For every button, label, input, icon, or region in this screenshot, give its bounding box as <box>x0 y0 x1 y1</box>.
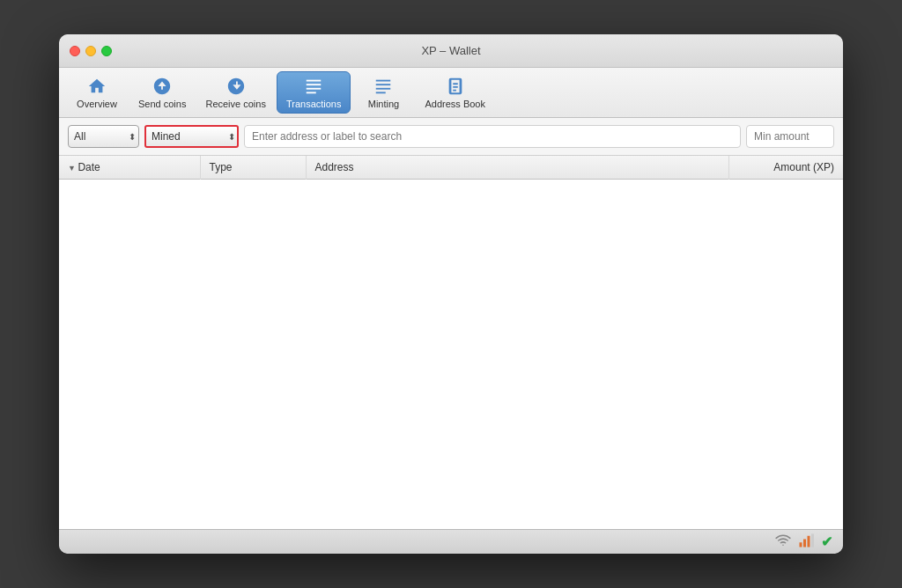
svg-rect-4 <box>376 80 391 82</box>
network-icon <box>775 533 791 552</box>
svg-rect-11 <box>811 534 814 548</box>
min-amount-input[interactable] <box>746 125 834 148</box>
nav-overview[interactable]: Overview <box>66 72 128 113</box>
svg-rect-2 <box>307 88 322 90</box>
titlebar: XP – Wallet <box>59 34 843 68</box>
address-search-input[interactable] <box>244 125 741 148</box>
minting-icon <box>373 76 394 97</box>
svg-rect-8 <box>800 542 802 547</box>
table-header-row: ▼ Date Type Address Amount (XP) <box>59 156 843 180</box>
signal-icon <box>798 533 814 551</box>
svg-rect-1 <box>307 84 322 85</box>
nav-send-coins[interactable]: Send coins <box>129 72 195 113</box>
filter-bar: All Sent Received Mined All Categories M… <box>59 118 843 156</box>
window-title: XP – Wallet <box>421 44 480 57</box>
traffic-lights <box>70 46 112 56</box>
maximize-button[interactable] <box>101 46 112 56</box>
main-window: XP – Wallet Overview Send coins <box>59 34 843 554</box>
nav-send-label: Send coins <box>138 99 186 109</box>
nav-transactions-label: Transactions <box>286 99 342 109</box>
nav-address-book-label: Address Book <box>425 99 484 109</box>
col-type[interactable]: Type <box>200 156 306 180</box>
nav-transactions[interactable]: Transactions <box>277 71 351 114</box>
home-icon <box>86 76 107 97</box>
minimize-button[interactable] <box>85 46 96 56</box>
nav-minting[interactable]: Minting <box>352 72 414 113</box>
col-amount[interactable]: Amount (XP) <box>728 156 843 180</box>
nav-overview-label: Overview <box>77 99 117 109</box>
type-filter-wrapper[interactable]: All Sent Received Mined <box>68 125 139 148</box>
type-filter-select[interactable]: All Sent Received Mined <box>68 125 139 148</box>
send-icon <box>152 76 173 97</box>
svg-rect-6 <box>376 88 391 90</box>
nav-address-book[interactable]: Address Book <box>416 72 493 113</box>
svg-rect-9 <box>803 540 806 548</box>
col-address[interactable]: Address <box>306 156 728 180</box>
sort-arrow-icon: ▼ <box>68 164 78 173</box>
checkmark-icon: ✔ <box>821 533 832 550</box>
category-filter-wrapper[interactable]: All Categories Mined Staked Received Sen… <box>144 125 239 148</box>
category-filter-select[interactable]: All Categories Mined Staked Received Sen… <box>144 125 239 148</box>
svg-rect-10 <box>808 536 810 548</box>
nav-minting-label: Minting <box>368 99 399 109</box>
nav-receive-coins[interactable]: Receive coins <box>196 72 274 113</box>
transactions-icon <box>303 76 324 97</box>
col-date[interactable]: ▼ Date <box>59 156 200 180</box>
svg-rect-7 <box>376 92 386 93</box>
transactions-table: ▼ Date Type Address Amount (XP) <box>59 156 843 180</box>
receive-icon <box>226 76 247 97</box>
nav-receive-label: Receive coins <box>205 99 265 109</box>
transactions-table-container: ▼ Date Type Address Amount (XP) <box>59 156 843 529</box>
svg-rect-5 <box>376 84 391 85</box>
close-button[interactable] <box>70 46 80 56</box>
statusbar: ✔ <box>59 529 843 554</box>
main-content: All Sent Received Mined All Categories M… <box>59 118 843 529</box>
svg-rect-3 <box>307 92 316 93</box>
toolbar: Overview Send coins Receive coins <box>59 68 843 118</box>
svg-rect-0 <box>307 80 322 82</box>
address-book-icon <box>445 76 466 97</box>
